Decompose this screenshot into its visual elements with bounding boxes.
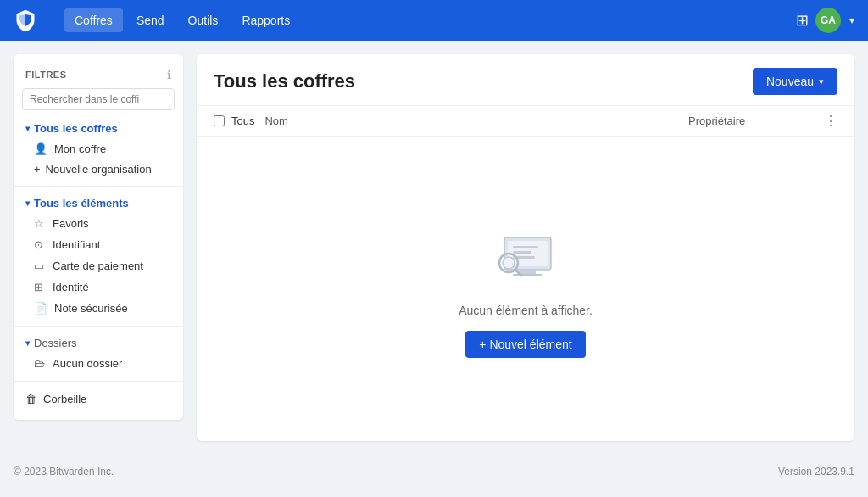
topbar: Coffres Send Outils Rapports ⊞ GA ▾ [0, 0, 868, 41]
sidebar-divider-1 [14, 186, 183, 187]
chevron-vaults-icon: ▾ [25, 124, 30, 133]
mon-coffre-label: Mon coffre [54, 142, 106, 155]
main-layout: FILTRES ℹ ▾ Tous les coffres 👤 Mon coffr… [0, 41, 868, 455]
empty-message: Aucun élément à afficher. [459, 304, 593, 317]
topbar-right: ⊞ GA ▾ [796, 8, 854, 33]
table-options-icon[interactable]: ⋮ [824, 113, 837, 129]
person-icon: 👤 [34, 142, 47, 155]
card-icon: ▭ [34, 260, 46, 272]
svg-rect-4 [513, 246, 538, 248]
svg-rect-5 [513, 251, 531, 254]
note-label: Note sécurisée [54, 302, 128, 315]
sidebar-item-identite[interactable]: ⊞ Identité [14, 276, 183, 298]
nouveau-chevron-icon: ▾ [819, 76, 824, 87]
sidebar: FILTRES ℹ ▾ Tous les coffres 👤 Mon coffr… [14, 54, 183, 420]
sidebar-divider-3 [14, 381, 183, 382]
vaults-group-header[interactable]: ▾ Tous les coffres [14, 119, 183, 138]
sidebar-item-note[interactable]: 📄 Note sécurisée [14, 298, 183, 319]
sidebar-item-identifiant[interactable]: ⊙ Identifiant [14, 234, 183, 255]
sidebar-item-corbeille[interactable]: 🗑 Corbeille [14, 388, 183, 410]
elements-group-header[interactable]: ▾ Tous les éléments [14, 193, 183, 213]
aucun-dossier-label: Aucun dossier [53, 357, 122, 370]
nav-rapports[interactable]: Rapports [231, 8, 300, 32]
carte-label: Carte de paiement [53, 260, 143, 272]
info-icon[interactable]: ℹ [167, 68, 171, 81]
page-title: Tous les coffres [214, 70, 355, 92]
footer: © 2023 Bitwarden Inc. Version 2023.9.1 [0, 455, 868, 488]
star-icon: ☆ [34, 217, 46, 230]
sidebar-item-favoris[interactable]: ☆ Favoris [14, 213, 183, 234]
table-header: Tous Nom Propriétaire ⋮ [197, 105, 854, 137]
content-area: Tous les coffres Nouveau ▾ Tous Nom Prop… [197, 54, 854, 441]
login-icon: ⊙ [34, 238, 46, 251]
identifiant-label: Identifiant [53, 238, 100, 251]
sidebar-item-carte[interactable]: ▭ Carte de paiement [14, 255, 183, 276]
nav-outils[interactable]: Outils [178, 8, 229, 32]
chevron-elements-icon: ▾ [25, 198, 30, 208]
nouvelle-org-label: Nouvelle organisation [46, 163, 152, 176]
favoris-label: Favoris [53, 217, 89, 230]
sidebar-header: FILTRES ℹ [14, 64, 183, 88]
avatar[interactable]: GA [815, 8, 841, 33]
search-input[interactable] [22, 88, 175, 110]
corbeille-label: Corbeille [43, 393, 86, 405]
select-all-checkbox[interactable] [214, 115, 225, 126]
vaults-group-label: Tous les coffres [34, 122, 118, 135]
sidebar-item-nouvelle-org[interactable]: + Nouvelle organisation [14, 159, 183, 179]
note-icon: 📄 [34, 302, 47, 315]
content-header: Tous les coffres Nouveau ▾ [197, 54, 854, 105]
elements-group-label: Tous les éléments [34, 197, 129, 209]
identity-icon: ⊞ [34, 281, 46, 293]
chevron-down-icon[interactable]: ▾ [849, 14, 854, 26]
sidebar-item-aucun-dossier[interactable]: 🗁 Aucun dossier [14, 353, 183, 374]
nouveau-label: Nouveau [766, 75, 814, 88]
nouvel-element-label: + Nouvel élément [479, 338, 571, 351]
grid-icon[interactable]: ⊞ [796, 11, 809, 30]
nouveau-button[interactable]: Nouveau ▾ [753, 68, 837, 95]
folders-group-header[interactable]: ▾ Dossiers [14, 333, 183, 353]
svg-point-8 [503, 257, 515, 269]
svg-rect-2 [513, 274, 542, 276]
empty-search-icon [487, 221, 564, 292]
topbar-nav: Coffres Send Outils Rapports [64, 8, 776, 32]
sidebar-item-mon-coffre[interactable]: 👤 Mon coffre [14, 138, 183, 159]
sidebar-divider-2 [14, 326, 183, 327]
version: Version 2023.9.1 [778, 466, 854, 477]
col-tous: Tous [231, 114, 254, 127]
identite-label: Identité [53, 281, 89, 293]
logo[interactable] [14, 8, 37, 32]
folders-group-label: Dossiers [34, 337, 77, 349]
col-proprietaire: Propriétaire [688, 114, 824, 127]
sidebar-section-folders: ▾ Dossiers 🗁 Aucun dossier [14, 333, 183, 374]
col-nom: Nom [264, 114, 688, 127]
nav-coffres[interactable]: Coffres [64, 8, 123, 32]
folder-icon: 🗁 [34, 357, 46, 370]
sidebar-section-vaults: ▾ Tous les coffres 👤 Mon coffre + Nouvel… [14, 119, 183, 179]
sidebar-section-elements: ▾ Tous les éléments ☆ Favoris ⊙ Identifi… [14, 193, 183, 319]
nouvel-element-button[interactable]: + Nouvel élément [465, 331, 585, 358]
add-icon: + [34, 163, 41, 176]
chevron-folders-icon: ▾ [25, 338, 30, 348]
trash-icon: 🗑 [25, 393, 36, 405]
nav-send[interactable]: Send [126, 8, 175, 32]
sidebar-title: FILTRES [25, 70, 67, 80]
empty-state: Aucun élément à afficher. + Nouvel éléme… [197, 137, 854, 441]
copyright: © 2023 Bitwarden Inc. [14, 466, 114, 477]
